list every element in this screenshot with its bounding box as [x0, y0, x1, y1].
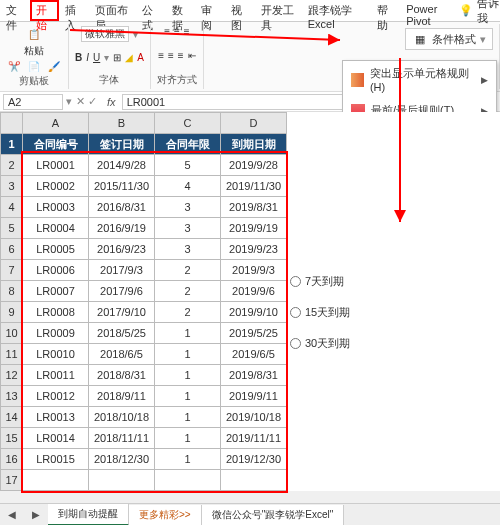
conditional-format-button[interactable]: ▦ 条件格式 ▾: [405, 28, 493, 50]
border-button[interactable]: ⊞: [113, 52, 121, 63]
copy-icon[interactable]: 📄: [26, 58, 42, 74]
cell[interactable]: 2018/8/31: [89, 365, 155, 386]
tab-more[interactable]: 更多精彩>>: [129, 505, 202, 525]
cell[interactable]: 2019/9/3: [221, 260, 287, 281]
cell[interactable]: 3: [155, 218, 221, 239]
hdr-due[interactable]: 到期日期: [221, 134, 287, 155]
radio-15d[interactable]: 15天到期: [290, 305, 350, 320]
col-A[interactable]: A: [23, 113, 89, 134]
tellme-label[interactable]: 告诉我: [477, 0, 500, 26]
cell[interactable]: 2014/9/28: [89, 155, 155, 176]
cell[interactable]: 2019/9/11: [221, 386, 287, 407]
cell[interactable]: 2019/9/6: [221, 281, 287, 302]
cell[interactable]: LR0003: [23, 197, 89, 218]
menu-home[interactable]: 开始: [30, 0, 60, 21]
font-color-button[interactable]: A: [137, 52, 144, 63]
hdr-years[interactable]: 合同年限: [155, 134, 221, 155]
col-B[interactable]: B: [89, 113, 155, 134]
cell[interactable]: 2018/9/11: [89, 386, 155, 407]
row-1[interactable]: 1: [1, 134, 23, 155]
cell[interactable]: 1: [155, 449, 221, 470]
row-13[interactable]: 13: [1, 386, 23, 407]
cell[interactable]: 2015/11/30: [89, 176, 155, 197]
cell[interactable]: 2018/6/5: [89, 344, 155, 365]
cell[interactable]: 3: [155, 239, 221, 260]
underline-button[interactable]: U: [93, 52, 100, 63]
tab-active[interactable]: 到期自动提醒: [48, 504, 129, 526]
menu-data[interactable]: 数据: [166, 0, 196, 21]
hdr-sign[interactable]: 签订日期: [89, 134, 155, 155]
menu-insert[interactable]: 插入: [59, 0, 89, 21]
cell[interactable]: 2018/5/25: [89, 323, 155, 344]
cell[interactable]: LR0008: [23, 302, 89, 323]
cell[interactable]: LR0002: [23, 176, 89, 197]
align-right-icon[interactable]: ≡: [178, 50, 184, 61]
cell[interactable]: 1: [155, 365, 221, 386]
radio-7d[interactable]: 7天到期: [290, 274, 350, 289]
cell[interactable]: 2018/10/18: [89, 407, 155, 428]
row-7[interactable]: 7: [1, 260, 23, 281]
font-selector[interactable]: 微软雅黑: [81, 26, 129, 42]
cell[interactable]: 2019/12/30: [221, 449, 287, 470]
menu-developer[interactable]: 开发工具: [255, 0, 302, 21]
cell[interactable]: 5: [155, 155, 221, 176]
cell[interactable]: 1: [155, 407, 221, 428]
cell[interactable]: 2017/9/10: [89, 302, 155, 323]
cell[interactable]: 2018/11/11: [89, 428, 155, 449]
align-mid-icon[interactable]: ≡: [174, 26, 180, 37]
menu-custom[interactable]: 跟李锐学Excel: [302, 0, 371, 21]
col-D[interactable]: D: [221, 113, 287, 134]
align-center-icon[interactable]: ≡: [168, 50, 174, 61]
name-box[interactable]: A2: [3, 94, 63, 110]
cell[interactable]: 2019/9/10: [221, 302, 287, 323]
cell[interactable]: LR0014: [23, 428, 89, 449]
radio-30d[interactable]: 30天到期: [290, 336, 350, 351]
row-4[interactable]: 4: [1, 197, 23, 218]
row-15[interactable]: 15: [1, 428, 23, 449]
cell[interactable]: 2016/9/23: [89, 239, 155, 260]
cell[interactable]: LR0013: [23, 407, 89, 428]
paste-button[interactable]: 📋 粘贴: [24, 26, 44, 58]
cell[interactable]: LR0001: [23, 155, 89, 176]
format-painter-icon[interactable]: 🖌️: [46, 58, 62, 74]
cell[interactable]: 2016/9/19: [89, 218, 155, 239]
cell[interactable]: 2: [155, 260, 221, 281]
tab-nav-next[interactable]: ▶: [24, 509, 48, 520]
cell[interactable]: LR0006: [23, 260, 89, 281]
cell[interactable]: 1: [155, 428, 221, 449]
align-left-icon[interactable]: ≡: [158, 50, 164, 61]
cell[interactable]: 3: [155, 197, 221, 218]
hdr-id[interactable]: 合同编号: [23, 134, 89, 155]
tab-wechat[interactable]: 微信公众号"跟李锐学Excel": [202, 505, 345, 525]
cell[interactable]: 1: [155, 344, 221, 365]
cell[interactable]: LR0010: [23, 344, 89, 365]
tab-nav-prev[interactable]: ◀: [0, 509, 24, 520]
cell[interactable]: 2019/11/11: [221, 428, 287, 449]
grid[interactable]: A B C D 1 合同编号 签订日期 合同年限 到期日期 2LR0001201…: [0, 112, 287, 491]
menu-formulas[interactable]: 公式: [136, 0, 166, 21]
menu-powerpivot[interactable]: Power Pivot: [400, 0, 459, 21]
cell[interactable]: 2019/8/31: [221, 197, 287, 218]
row-10[interactable]: 10: [1, 323, 23, 344]
cell[interactable]: 2019/6/5: [221, 344, 287, 365]
italic-button[interactable]: I: [86, 52, 89, 63]
cell[interactable]: LR0007: [23, 281, 89, 302]
cell[interactable]: 2019/9/23: [221, 239, 287, 260]
cell[interactable]: LR0009: [23, 323, 89, 344]
cell[interactable]: 2018/12/30: [89, 449, 155, 470]
row-9[interactable]: 9: [1, 302, 23, 323]
row-8[interactable]: 8: [1, 281, 23, 302]
col-C[interactable]: C: [155, 113, 221, 134]
select-all-corner[interactable]: [1, 113, 23, 134]
cell[interactable]: 2017/9/3: [89, 260, 155, 281]
align-top-icon[interactable]: ≡: [164, 26, 170, 37]
row-14[interactable]: 14: [1, 407, 23, 428]
cell[interactable]: LR0011: [23, 365, 89, 386]
row-6[interactable]: 6: [1, 239, 23, 260]
row-2[interactable]: 2: [1, 155, 23, 176]
cell[interactable]: 1: [155, 386, 221, 407]
cell[interactable]: LR0012: [23, 386, 89, 407]
fx-icon[interactable]: fx: [101, 96, 122, 108]
cell[interactable]: 2: [155, 281, 221, 302]
menu-help[interactable]: 帮助: [371, 0, 401, 21]
